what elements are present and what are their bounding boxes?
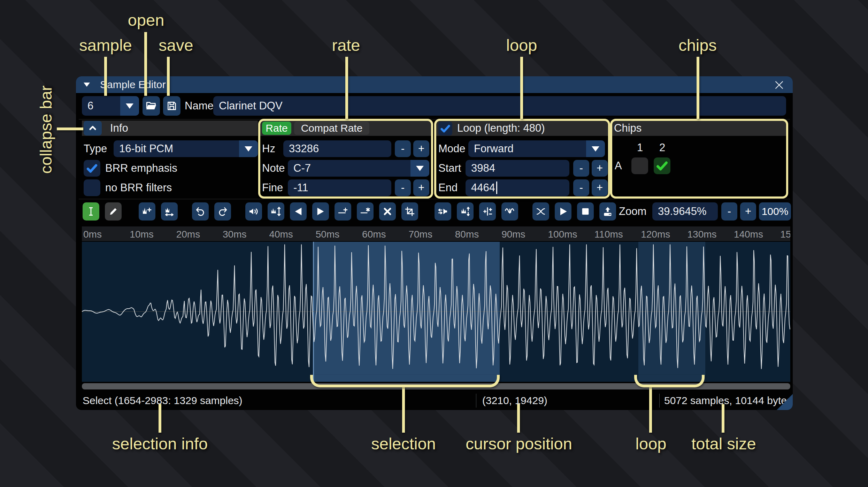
save-button[interactable] <box>163 96 180 116</box>
status-cursor-position: (3210, 19429) <box>482 393 547 408</box>
insert-silence-button[interactable] <box>335 202 351 221</box>
apply-silence-icon <box>360 206 371 217</box>
name-input[interactable]: Clarinet DQV <box>213 96 786 116</box>
reverse-icon <box>437 206 448 217</box>
status-selection-info: Select (1654-2983: 1329 samples) <box>83 393 243 408</box>
draw-tool-button[interactable] <box>105 202 122 221</box>
redo-icon <box>217 206 228 217</box>
apply-silence-button[interactable] <box>357 202 374 221</box>
redo-button[interactable] <box>214 202 231 221</box>
type-label: Type <box>84 140 107 157</box>
signed-unsigned-icon <box>482 206 493 217</box>
upload-icon <box>602 206 613 217</box>
close-icon[interactable] <box>773 79 785 91</box>
brr-emphasis-checkbox[interactable] <box>84 160 100 177</box>
preview-button[interactable] <box>555 202 571 221</box>
waveform-display[interactable] <box>82 242 790 382</box>
type-combo[interactable]: 16-bit PCM <box>114 140 258 157</box>
zoom-in-button[interactable]: + <box>740 202 756 221</box>
ibeam-icon <box>85 206 97 217</box>
waveform-trace <box>82 242 790 382</box>
annotation-line-chips <box>697 57 699 119</box>
play-icon <box>558 206 569 217</box>
chevron-down-icon <box>126 103 133 109</box>
annotation-line-rate <box>345 57 348 119</box>
invert-button[interactable] <box>457 202 474 221</box>
reverse-button[interactable] <box>435 202 451 221</box>
resize-button[interactable] <box>139 202 155 221</box>
ruler-tick: 140ms <box>734 229 763 240</box>
annotation-line-selection <box>402 387 405 433</box>
annotation-line-open <box>144 32 147 96</box>
window-collapse-icon[interactable] <box>84 83 90 87</box>
annotation-bracket-loop <box>634 375 705 387</box>
stop-preview-button[interactable] <box>577 202 594 221</box>
info-panel-title: Info <box>110 121 128 136</box>
ruler-tick: 20ms <box>176 229 200 240</box>
normalize-icon <box>270 206 282 217</box>
ruler-tick: 90ms <box>501 229 525 240</box>
annotation-label-chips: chips <box>678 36 717 55</box>
name-label: Name <box>185 96 214 116</box>
no-brr-filters-label: no BRR filters <box>105 179 172 196</box>
brr-emphasis-label: BRR emphasis <box>105 160 177 177</box>
folder-open-icon <box>145 100 157 112</box>
screenshot-stage: Sample Editor 6 Name Clarinet DQV Info T… <box>0 0 868 487</box>
annotation-label-total-size: total size <box>691 434 756 453</box>
apply-filter-button[interactable] <box>501 202 518 221</box>
annotation-label-loop: loop <box>506 36 537 55</box>
annotation-label-selection: selection <box>371 434 436 453</box>
annotation-rect-rate <box>258 119 433 199</box>
sample-index-dropdown-arrow[interactable] <box>120 96 139 116</box>
select-tool-button[interactable] <box>83 202 99 221</box>
import-button[interactable] <box>599 202 616 221</box>
info-panel-header <box>82 121 258 136</box>
signed-unsigned-button[interactable] <box>479 202 496 221</box>
chevron-down-icon <box>245 146 252 152</box>
normalize-button[interactable] <box>268 202 284 221</box>
resample-button[interactable] <box>161 202 178 221</box>
window-titlebar[interactable] <box>76 76 793 93</box>
annotation-line-total-size <box>722 404 724 433</box>
ruler-tick: 10ms <box>130 229 153 240</box>
crossfade-button[interactable] <box>532 202 549 221</box>
type-dropdown-arrow[interactable] <box>239 140 258 157</box>
floppy-save-icon <box>166 100 177 111</box>
annotation-label-collapse-bar: collapse bar <box>36 85 55 173</box>
undo-icon <box>195 206 206 217</box>
zoom-field[interactable]: 39.9645% <box>652 202 718 221</box>
ruler-tick: 30ms <box>223 229 246 240</box>
type-value: 16-bit PCM <box>119 142 173 155</box>
annotation-label-cursor-position: cursor position <box>466 434 572 453</box>
open-button[interactable] <box>143 96 160 116</box>
zoom-out-button[interactable]: - <box>721 202 737 221</box>
ruler-tick: 40ms <box>269 229 293 240</box>
annotation-line-loop-bottom <box>649 387 652 433</box>
undo-button[interactable] <box>192 202 209 221</box>
trim-button[interactable] <box>401 202 418 221</box>
ruler-tick: 130ms <box>688 229 717 240</box>
status-divider <box>476 394 476 408</box>
annotation-line-sample <box>104 57 107 96</box>
ruler-tick: 150ms <box>780 229 790 240</box>
fade-out-button[interactable] <box>312 202 329 221</box>
ruler-tick: 110ms <box>594 229 623 240</box>
window-title: Sample Editor <box>100 76 166 93</box>
ruler-tick: 0ms <box>83 229 102 240</box>
name-value: Clarinet DQV <box>219 100 283 112</box>
crossfade-icon <box>535 206 546 217</box>
annotation-label-open: open <box>128 10 164 30</box>
delete-button[interactable] <box>379 202 396 221</box>
zoom-reset-button[interactable]: 100% <box>759 202 791 221</box>
ruler-tick: 60ms <box>362 229 386 240</box>
annotation-label-rate: rate <box>332 36 360 55</box>
fade-in-button[interactable] <box>290 202 307 221</box>
sample-index-combo[interactable]: 6 <box>82 96 139 116</box>
info-collapse-button[interactable] <box>84 121 102 136</box>
resize-icon <box>141 206 153 217</box>
annotation-label-selection-info: selection info <box>112 434 208 453</box>
annotation-line-selection-info <box>159 404 161 433</box>
no-brr-filters-checkbox[interactable] <box>84 179 100 196</box>
amplify-button[interactable] <box>245 202 262 221</box>
annotation-label-save: save <box>159 36 193 55</box>
